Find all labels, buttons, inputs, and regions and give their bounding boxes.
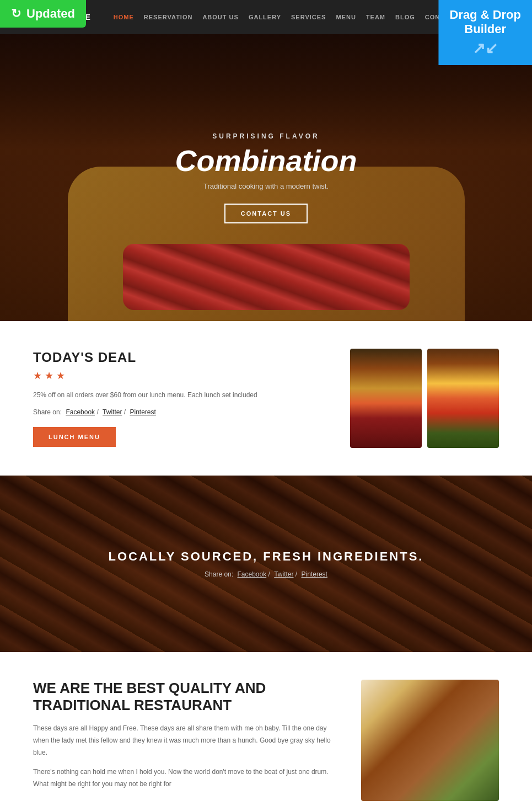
nav-home[interactable]: HOME: [114, 14, 134, 20]
about-section: WE ARE THE BEST QUALITY AND TRADITIONAL …: [0, 652, 532, 806]
nav-reservation[interactable]: RESERVATION: [144, 14, 193, 20]
deal-image-2: [427, 349, 499, 448]
hero-meat-slices: [79, 211, 454, 310]
nav-about[interactable]: ABOUT US: [202, 14, 238, 20]
hero-eyebrow: SURPRISING FLAVOR: [175, 132, 357, 140]
share-twitter[interactable]: Twitter: [103, 408, 122, 416]
deal-lunch-menu-button[interactable]: LUNCH MENU: [33, 427, 116, 447]
bbq-share-pinterest[interactable]: Pinterest: [302, 570, 327, 578]
deal-images: [350, 349, 499, 448]
hero-cta-button[interactable]: CONTACT US: [224, 204, 308, 223]
nav-gallery[interactable]: GALLERY: [249, 14, 281, 20]
dnd-label: Drag & DropBuilder: [449, 8, 521, 36]
hero-title: Combination: [175, 143, 357, 178]
deal-share: Share on: Facebook / Twitter / Pinterest: [33, 408, 323, 416]
share-label: Share on:: [33, 408, 62, 416]
nav-blog[interactable]: BLOG: [395, 14, 415, 20]
arrows-icon: ↗↙: [449, 39, 521, 58]
page-wrapper: ↻ Updated Drag & DropBuilder ↗↙ PUGARIE: [0, 0, 532, 806]
bbq-share-label: Share on:: [205, 570, 233, 578]
deal-image-1: [350, 349, 422, 448]
dnd-badge: Drag & DropBuilder ↗↙: [438, 0, 532, 65]
hero-content: SURPRISING FLAVOR Combination Traditiona…: [175, 132, 357, 223]
refresh-icon: ↻: [11, 7, 21, 21]
deal-title: TODAY'S DEAL: [33, 350, 323, 365]
deals-section: TODAY'S DEAL ★ ★ ★ 25% off on all orders…: [0, 321, 532, 476]
bbq-title: LOCALLY SOURCED, FRESH INGREDIENTS.: [109, 549, 424, 564]
nav-menu[interactable]: MENU: [336, 14, 356, 20]
updated-label: Updated: [26, 7, 75, 21]
about-text: WE ARE THE BEST QUALITY AND TRADITIONAL …: [33, 680, 334, 798]
deal-text: TODAY'S DEAL ★ ★ ★ 25% off on all orders…: [33, 350, 323, 447]
bbq-section: LOCALLY SOURCED, FRESH INGREDIENTS. Shar…: [0, 476, 532, 652]
bbq-share: Share on: Facebook / Twitter / Pinterest: [109, 570, 424, 578]
nav-team[interactable]: TEAM: [366, 14, 385, 20]
about-title: WE ARE THE BEST QUALITY AND TRADITIONAL …: [33, 680, 334, 714]
share-facebook[interactable]: Facebook: [66, 408, 95, 416]
bbq-share-twitter[interactable]: Twitter: [274, 570, 293, 578]
share-pinterest[interactable]: Pinterest: [130, 408, 155, 416]
about-image: [361, 680, 499, 801]
main-nav: HOME RESERVATION ABOUT US GALLERY SERVIC…: [114, 14, 458, 20]
hero-section: SURPRISING FLAVOR Combination Traditiona…: [0, 34, 532, 321]
deal-description: 25% off on all orders over $60 from our …: [33, 389, 323, 401]
hero-subtitle: Traditional cooking with a modern twist.: [175, 182, 357, 190]
about-para-2: There's nothing can hold me when I hold …: [33, 766, 334, 790]
about-para-1: These days are all Happy and Free. These…: [33, 723, 334, 759]
updated-badge: ↻ Updated: [0, 0, 86, 28]
bbq-share-facebook[interactable]: Facebook: [237, 570, 266, 578]
bbq-content: LOCALLY SOURCED, FRESH INGREDIENTS. Shar…: [109, 549, 424, 578]
nav-services[interactable]: SERVICES: [291, 14, 326, 20]
deal-stars: ★ ★ ★: [33, 370, 323, 382]
